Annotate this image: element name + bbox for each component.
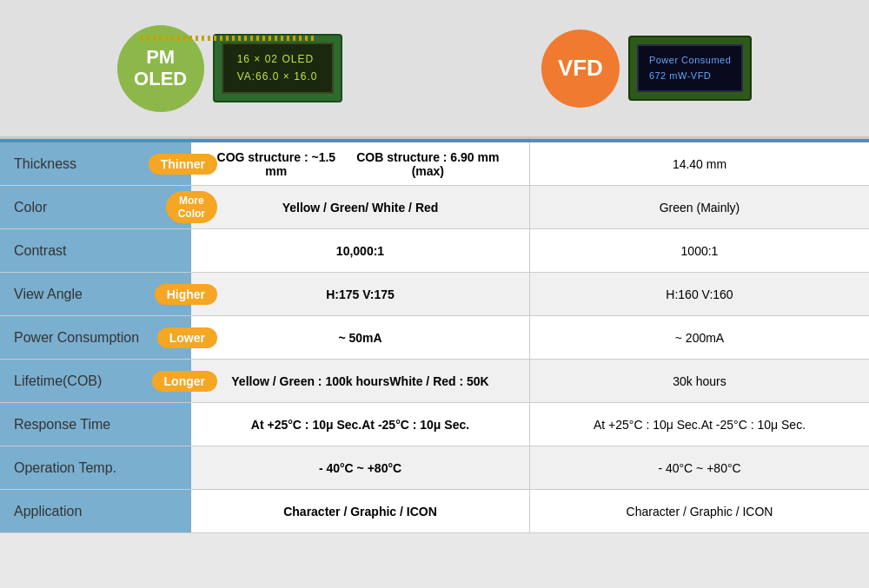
table-row: Operation Temp.- 40°C ~ +80°C- 40°C ~ +8… [0,446,869,490]
vfd-value: H:160 V:160 [530,273,869,315]
vfd-text: At +25°C : 10μ Sec. [594,418,701,432]
vfd-text: - 40°C ~ +80°C [658,461,740,475]
advantage-badge: MoreColor [166,191,217,223]
vfd-text: At -25°C : 10μ Sec. [701,418,806,432]
pm-value: Character / Graphic / ICON [191,490,530,532]
oled-pcb-board: 16 × 02 OLED VA:66.0 × 16.0 [213,34,342,102]
vfd-product-block: VFD Power Consumed 672 mW-VFD [541,30,752,108]
pm-text: H:175 V:175 [326,287,395,301]
vfd-value: 14.40 mm [530,142,869,185]
label-text: Lifetime(COB) [14,373,102,389]
pm-text: Character / Graphic / ICON [283,505,437,519]
vfd-value: Green (Mainly) [530,186,869,228]
label-text: Response Time [14,417,110,433]
pm-value: COG structure : ~1.5 mmCOB structure : 6… [191,142,530,185]
oled-screen-line1: 16 × 02 OLED [237,51,318,68]
row-label: ThicknessThinner [0,142,191,185]
label-text: Thickness [14,156,76,172]
pm-value: - 40°C ~ +80°C [191,446,530,489]
oled-screen: 16 × 02 OLED VA:66.0 × 16.0 [222,43,334,93]
table-row: ThicknessThinnerCOG structure : ~1.5 mmC… [0,142,869,186]
vfd-text: Character / Graphic / ICON [627,505,773,519]
oled-screen-line2: VA:66.0 × 16.0 [237,69,318,85]
row-label: Operation Temp. [0,446,191,489]
row-label: Power ConsumptionLower [0,316,191,359]
advantage-badge: Thinner [149,154,217,175]
pm-label-line1: PM [146,47,175,68]
vfd-label: VFD [558,56,603,81]
vfd-value: ~ 200mA [530,316,869,359]
label-text: View Angle [14,287,83,302]
vfd-value: 1000:1 [530,229,869,272]
pm-value: At +25°C : 10μ Sec.At -25°C : 10μ Sec. [191,403,530,446]
row-label: Response Time [0,403,191,446]
table-row: ColorMoreColorYellow / Green/ White / Re… [0,186,869,229]
vfd-screen: Power Consumed 672 mW-VFD [637,44,743,92]
row-label: View AngleHigher [0,273,191,315]
pm-text: ~ 50mA [338,331,381,345]
vfd-text: Green (Mainly) [660,201,740,215]
pm-text: - 40°C ~ +80°C [319,461,401,475]
pm-text: Yellow / Green : 100k hours [231,374,389,388]
vfd-screen-line2: 672 mW-VFD [649,69,731,84]
label-text: Contrast [14,243,66,259]
pm-value: ~ 50mA [191,316,530,359]
vfd-screen-line1: Power Consumed [649,53,731,69]
pm-text: At +25°C : 10μ Sec. [251,418,362,432]
vfd-text: 30k hours [673,374,726,388]
pm-value: 10,000:1 [191,229,530,272]
vfd-value: 30k hours [530,360,869,402]
vfd-bubble: VFD [541,30,620,108]
row-label: Lifetime(COB)Longer [0,360,191,402]
table-row: Lifetime(COB)LongerYellow / Green : 100k… [0,360,869,403]
pm-product-block: PM OLED 16 × 02 OLED VA:66.0 × 16.0 [117,25,342,112]
advantage-badge: Longer [152,371,217,392]
pm-value: Yellow / Green/ White / Red [191,186,530,228]
pm-value: Yellow / Green : 100k hoursWhite / Red :… [191,360,530,402]
pm-text: COB structure : 6.90 mm (max) [344,150,512,178]
row-label: Application [0,490,191,532]
pm-text: Yellow / Green/ White / Red [282,201,439,215]
comparison-table: ThicknessThinnerCOG structure : ~1.5 mmC… [0,142,869,533]
advantage-badge: Lower [157,327,217,348]
vfd-value: Character / Graphic / ICON [530,490,869,532]
header-section: PM OLED 16 × 02 OLED VA:66.0 × 16.0 VFD … [0,0,869,139]
label-text: Color [14,200,47,215]
vfd-text: H:160 V:160 [666,287,733,301]
vfd-text: 1000:1 [681,244,719,258]
pcb-pins [141,36,315,41]
label-text: Application [14,504,82,519]
advantage-badge: Higher [155,284,217,305]
label-text: Power Consumption [14,330,139,346]
label-text: Operation Temp. [14,460,116,476]
row-label: Contrast [0,229,191,272]
table-row: View AngleHigherH:175 V:175H:160 V:160 [0,273,869,316]
pm-text: 10,000:1 [336,244,384,258]
pm-label-line2: OLED [134,69,187,89]
pm-text: At -25°C : 10μ Sec. [362,418,469,432]
pm-text: COG structure : ~1.5 mm [209,150,344,178]
vfd-value: - 40°C ~ +80°C [530,446,869,489]
table-row: Power ConsumptionLower~ 50mA~ 200mA [0,316,869,360]
vfd-text: 14.40 mm [673,157,726,171]
row-label: ColorMoreColor [0,186,191,228]
pm-value: H:175 V:175 [191,273,530,315]
vfd-text: ~ 200mA [675,331,724,345]
vfd-value: At +25°C : 10μ Sec.At -25°C : 10μ Sec. [530,403,869,446]
table-row: ApplicationCharacter / Graphic / ICONCha… [0,490,869,533]
table-row: Response TimeAt +25°C : 10μ Sec.At -25°C… [0,403,869,446]
table-row: Contrast10,000:11000:1 [0,229,869,273]
pm-text: White / Red : 50K [389,374,488,388]
vfd-pcb-board: Power Consumed 672 mW-VFD [628,36,752,101]
